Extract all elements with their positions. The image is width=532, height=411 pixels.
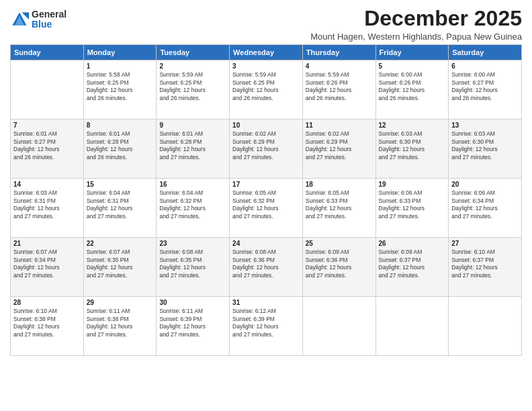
cell-3-6: 27Sunrise: 6:10 AMSunset: 6:37 PMDayligh… <box>449 238 522 297</box>
cell-info-text: Sunrise: 6:04 AMSunset: 6:32 PMDaylight:… <box>159 189 226 220</box>
cell-1-1: 8Sunrise: 6:01 AMSunset: 6:28 PMDaylight… <box>83 120 157 179</box>
cell-info-text: Sunrise: 6:10 AMSunset: 6:38 PMDaylight:… <box>13 308 81 338</box>
cell-info-text: Sunrise: 6:11 AMSunset: 6:38 PMDaylight:… <box>87 308 154 338</box>
cell-info-text: Sunrise: 5:59 AMSunset: 6:25 PMDaylight:… <box>232 71 300 102</box>
page: General Blue December 2025 Mount Hagen, … <box>0 0 532 411</box>
cell-info-text: Sunrise: 6:07 AMSunset: 6:35 PMDaylight:… <box>87 248 154 279</box>
location: Mount Hagen, Western Highlands, Papua Ne… <box>310 32 522 42</box>
cell-0-3: 3Sunrise: 5:59 AMSunset: 6:25 PMDaylight… <box>230 60 303 120</box>
cell-date-number: 17 <box>232 181 300 188</box>
cell-date-number: 12 <box>379 122 446 129</box>
cell-date-number: 26 <box>379 240 446 247</box>
logo: General Blue <box>10 9 66 30</box>
cell-date-number: 6 <box>451 62 519 70</box>
cell-date-number: 27 <box>451 240 519 247</box>
cell-date-number: 14 <box>13 181 81 188</box>
col-sunday: Sunday <box>11 45 84 60</box>
week-row-4: 21Sunrise: 6:07 AMSunset: 6:34 PMDayligh… <box>11 238 522 297</box>
cell-date-number: 4 <box>306 62 373 70</box>
logo-text: General Blue <box>32 9 66 30</box>
cell-date-number: 16 <box>159 181 226 188</box>
cell-info-text: Sunrise: 6:01 AMSunset: 6:28 PMDaylight:… <box>159 130 226 161</box>
cell-info-text: Sunrise: 6:05 AMSunset: 6:32 PMDaylight:… <box>232 189 300 220</box>
cell-info-text: Sunrise: 6:07 AMSunset: 6:34 PMDaylight:… <box>13 248 81 279</box>
col-friday: Friday <box>375 45 449 60</box>
cell-2-1: 15Sunrise: 6:04 AMSunset: 6:31 PMDayligh… <box>83 179 157 238</box>
logo-icon <box>10 10 29 29</box>
cell-date-number: 10 <box>232 122 300 129</box>
cell-0-6: 6Sunrise: 6:00 AMSunset: 6:27 PMDaylight… <box>449 60 522 120</box>
svg-marker-2 <box>22 13 30 20</box>
calendar-table: Sunday Monday Tuesday Wednesday Thursday… <box>10 44 522 356</box>
cell-info-text: Sunrise: 6:06 AMSunset: 6:34 PMDaylight:… <box>451 189 519 220</box>
cell-info-text: Sunrise: 6:06 AMSunset: 6:33 PMDaylight:… <box>379 189 446 220</box>
calendar-header: Sunday Monday Tuesday Wednesday Thursday… <box>11 45 522 60</box>
cell-1-3: 10Sunrise: 6:02 AMSunset: 6:29 PMDayligh… <box>230 120 303 179</box>
cell-date-number: 30 <box>159 299 226 306</box>
cell-date-number: 7 <box>13 122 81 129</box>
col-wednesday: Wednesday <box>230 45 303 60</box>
cell-date-number: 11 <box>306 122 373 129</box>
cell-info-text: Sunrise: 6:02 AMSunset: 6:29 PMDaylight:… <box>232 130 300 161</box>
header-row: Sunday Monday Tuesday Wednesday Thursday… <box>11 45 522 60</box>
cell-date-number: 28 <box>13 299 81 306</box>
calendar-body: 1Sunrise: 5:58 AMSunset: 6:25 PMDaylight… <box>11 60 522 356</box>
cell-info-text: Sunrise: 6:00 AMSunset: 6:26 PMDaylight:… <box>379 71 446 102</box>
cell-3-4: 25Sunrise: 6:09 AMSunset: 6:36 PMDayligh… <box>302 238 375 297</box>
logo-general-text: General <box>32 9 66 19</box>
cell-date-number: 3 <box>232 62 300 70</box>
cell-info-text: Sunrise: 5:58 AMSunset: 6:25 PMDaylight:… <box>87 71 154 102</box>
cell-1-2: 9Sunrise: 6:01 AMSunset: 6:28 PMDaylight… <box>157 120 230 179</box>
cell-2-2: 16Sunrise: 6:04 AMSunset: 6:32 PMDayligh… <box>157 179 230 238</box>
cell-4-4 <box>302 297 375 356</box>
cell-info-text: Sunrise: 6:09 AMSunset: 6:37 PMDaylight:… <box>379 248 446 279</box>
cell-date-number: 9 <box>159 122 226 129</box>
cell-info-text: Sunrise: 6:03 AMSunset: 6:30 PMDaylight:… <box>379 130 446 161</box>
col-monday: Monday <box>83 45 157 60</box>
cell-4-5 <box>375 297 449 356</box>
cell-info-text: Sunrise: 6:12 AMSunset: 6:39 PMDaylight:… <box>232 308 300 338</box>
cell-date-number: 18 <box>306 181 373 188</box>
cell-info-text: Sunrise: 5:59 AMSunset: 6:26 PMDaylight:… <box>306 71 373 102</box>
cell-2-6: 20Sunrise: 6:06 AMSunset: 6:34 PMDayligh… <box>449 179 522 238</box>
cell-date-number: 13 <box>451 122 519 129</box>
cell-info-text: Sunrise: 6:05 AMSunset: 6:33 PMDaylight:… <box>306 189 373 220</box>
cell-info-text: Sunrise: 6:03 AMSunset: 6:31 PMDaylight:… <box>13 189 81 220</box>
week-row-1: 1Sunrise: 5:58 AMSunset: 6:25 PMDaylight… <box>11 60 522 120</box>
cell-1-6: 13Sunrise: 6:03 AMSunset: 6:30 PMDayligh… <box>449 120 522 179</box>
cell-info-text: Sunrise: 6:08 AMSunset: 6:35 PMDaylight:… <box>159 248 226 279</box>
cell-date-number: 8 <box>87 122 154 129</box>
cell-date-number: 2 <box>159 62 226 70</box>
cell-0-4: 4Sunrise: 5:59 AMSunset: 6:26 PMDaylight… <box>302 60 375 120</box>
cell-date-number: 24 <box>232 240 300 247</box>
cell-0-0 <box>11 60 84 120</box>
cell-info-text: Sunrise: 6:10 AMSunset: 6:37 PMDaylight:… <box>451 248 519 279</box>
cell-2-5: 19Sunrise: 6:06 AMSunset: 6:33 PMDayligh… <box>375 179 449 238</box>
cell-1-4: 11Sunrise: 6:02 AMSunset: 6:29 PMDayligh… <box>302 120 375 179</box>
cell-1-5: 12Sunrise: 6:03 AMSunset: 6:30 PMDayligh… <box>375 120 449 179</box>
col-thursday: Thursday <box>302 45 375 60</box>
week-row-2: 7Sunrise: 6:01 AMSunset: 6:27 PMDaylight… <box>11 120 522 179</box>
cell-4-2: 30Sunrise: 6:11 AMSunset: 6:39 PMDayligh… <box>157 297 230 356</box>
cell-2-0: 14Sunrise: 6:03 AMSunset: 6:31 PMDayligh… <box>11 179 84 238</box>
cell-date-number: 29 <box>87 299 154 306</box>
cell-date-number: 31 <box>232 299 300 306</box>
cell-info-text: Sunrise: 6:03 AMSunset: 6:30 PMDaylight:… <box>451 130 519 161</box>
cell-4-0: 28Sunrise: 6:10 AMSunset: 6:38 PMDayligh… <box>11 297 84 356</box>
cell-0-1: 1Sunrise: 5:58 AMSunset: 6:25 PMDaylight… <box>83 60 157 120</box>
cell-4-3: 31Sunrise: 6:12 AMSunset: 6:39 PMDayligh… <box>230 297 303 356</box>
cell-2-3: 17Sunrise: 6:05 AMSunset: 6:32 PMDayligh… <box>230 179 303 238</box>
week-row-3: 14Sunrise: 6:03 AMSunset: 6:31 PMDayligh… <box>11 179 522 238</box>
cell-date-number: 1 <box>87 62 154 70</box>
cell-1-0: 7Sunrise: 6:01 AMSunset: 6:27 PMDaylight… <box>11 120 84 179</box>
cell-date-number: 5 <box>379 62 446 70</box>
cell-info-text: Sunrise: 6:09 AMSunset: 6:36 PMDaylight:… <box>306 248 373 279</box>
cell-date-number: 22 <box>87 240 154 247</box>
cell-3-2: 23Sunrise: 6:08 AMSunset: 6:35 PMDayligh… <box>157 238 230 297</box>
cell-date-number: 23 <box>159 240 226 247</box>
col-saturday: Saturday <box>449 45 522 60</box>
cell-date-number: 21 <box>13 240 81 247</box>
cell-info-text: Sunrise: 6:08 AMSunset: 6:36 PMDaylight:… <box>232 248 300 279</box>
cell-info-text: Sunrise: 6:02 AMSunset: 6:29 PMDaylight:… <box>306 130 373 161</box>
title-area: December 2025 Mount Hagen, Western Highl… <box>310 7 522 42</box>
